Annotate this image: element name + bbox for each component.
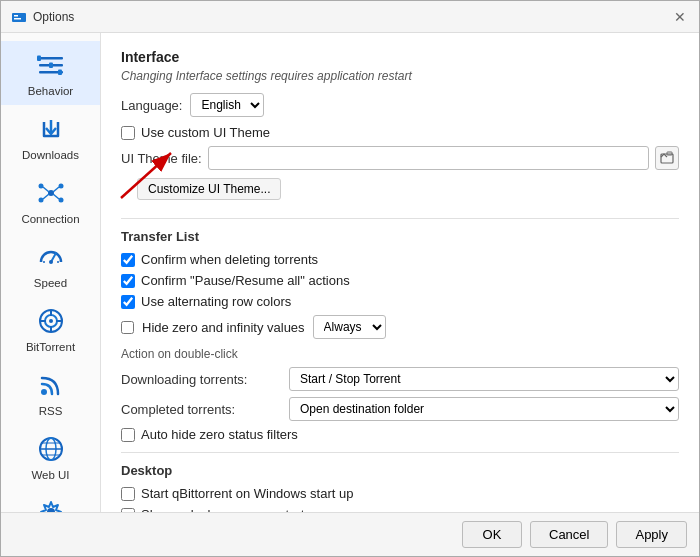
alternating-rows-label: Use alternating row colors <box>141 294 291 309</box>
alternating-rows-checkbox[interactable] <box>121 295 135 309</box>
sidebar-label-rss: RSS <box>39 405 63 417</box>
advanced-icon <box>35 497 67 512</box>
svg-line-18 <box>53 194 59 199</box>
downloads-icon <box>35 113 67 145</box>
language-row: Language: English <box>121 93 679 117</box>
use-custom-theme-checkbox[interactable] <box>121 126 135 140</box>
sidebar-item-connection[interactable]: Connection <box>1 169 100 233</box>
svg-rect-7 <box>49 63 53 69</box>
rss-icon <box>35 369 67 401</box>
hide-zero-select[interactable]: Always <box>313 315 386 339</box>
customize-section: Customize UI Theme... <box>121 178 679 208</box>
action-dblclick-section: Action on double-click Downloading torre… <box>121 347 679 421</box>
start-on-windows-row: Start qBittorrent on Windows start up <box>121 486 679 501</box>
svg-rect-2 <box>14 18 21 20</box>
content-area: Behavior Downloads <box>1 33 699 512</box>
sidebar-item-speed[interactable]: Speed <box>1 233 100 297</box>
customize-theme-button[interactable]: Customize UI Theme... <box>137 178 281 200</box>
completed-action-row: Completed torrents: Open destination fol… <box>121 397 679 421</box>
action-dblclick-title: Action on double-click <box>121 347 679 361</box>
sidebar-label-speed: Speed <box>34 277 67 289</box>
close-button[interactable]: ✕ <box>671 8 689 26</box>
speed-icon <box>35 241 67 273</box>
downloading-label: Downloading torrents: <box>121 372 281 387</box>
divider-1 <box>121 218 679 219</box>
sidebar-label-bittorrent: BitTorrent <box>26 341 75 353</box>
bittorrent-icon <box>35 305 67 337</box>
footer: OK Cancel Apply <box>1 512 699 556</box>
auto-hide-row: Auto hide zero status filters <box>121 427 679 442</box>
svg-point-20 <box>49 260 53 264</box>
hide-zero-checkbox[interactable] <box>121 321 134 334</box>
confirm-pause-row: Confirm "Pause/Resume all" actions <box>121 273 679 288</box>
confirm-delete-row: Confirm when deleting torrents <box>121 252 679 267</box>
sidebar-item-bittorrent[interactable]: BitTorrent <box>1 297 100 361</box>
confirm-delete-label: Confirm when deleting torrents <box>141 252 318 267</box>
downloading-action-row: Downloading torrents: Start / Stop Torre… <box>121 367 679 391</box>
svg-line-16 <box>53 187 59 192</box>
ui-theme-file-label: UI Theme file: <box>121 151 202 166</box>
sidebar-label-connection: Connection <box>21 213 79 225</box>
titlebar-title: Options <box>33 10 665 24</box>
language-select[interactable]: English <box>190 93 264 117</box>
sidebar-item-downloads[interactable]: Downloads <box>1 105 100 169</box>
confirm-pause-label: Confirm "Pause/Resume all" actions <box>141 273 350 288</box>
svg-rect-0 <box>12 13 26 22</box>
interface-subtitle: Changing Interface settings requires app… <box>121 69 679 83</box>
ok-button[interactable]: OK <box>462 521 522 548</box>
svg-rect-8 <box>58 70 62 76</box>
transfer-list-title: Transfer List <box>121 229 679 244</box>
start-on-windows-checkbox[interactable] <box>121 487 135 501</box>
auto-hide-checkbox[interactable] <box>121 428 135 442</box>
sidebar-label-downloads: Downloads <box>22 149 79 161</box>
sidebar-label-behavior: Behavior <box>28 85 73 97</box>
confirm-delete-checkbox[interactable] <box>121 253 135 267</box>
use-custom-theme-row: Use custom UI Theme <box>121 125 679 140</box>
svg-rect-3 <box>39 57 63 60</box>
svg-point-30 <box>41 389 47 395</box>
main-panel: Interface Changing Interface settings re… <box>101 33 699 512</box>
sidebar-item-behavior[interactable]: Behavior <box>1 41 100 105</box>
sidebar: Behavior Downloads <box>1 33 101 512</box>
language-label: Language: <box>121 98 182 113</box>
svg-point-10 <box>48 190 54 196</box>
behavior-icon <box>35 49 67 81</box>
cancel-button[interactable]: Cancel <box>530 521 608 548</box>
alternating-rows-row: Use alternating row colors <box>121 294 679 309</box>
sidebar-item-advanced[interactable]: Advanced <box>1 489 100 512</box>
interface-title: Interface <box>121 49 679 65</box>
sidebar-item-rss[interactable]: RSS <box>1 361 100 425</box>
webui-icon <box>35 433 67 465</box>
auto-hide-label: Auto hide zero status filters <box>141 427 298 442</box>
sidebar-label-webui: Web UI <box>31 469 69 481</box>
completed-label: Completed torrents: <box>121 402 281 417</box>
svg-line-17 <box>43 194 49 199</box>
svg-point-25 <box>49 319 53 323</box>
apply-button[interactable]: Apply <box>616 521 687 548</box>
svg-rect-1 <box>14 15 18 17</box>
theme-file-browse-button[interactable] <box>655 146 679 170</box>
theme-file-row: UI Theme file: <box>121 146 679 170</box>
confirm-pause-checkbox[interactable] <box>121 274 135 288</box>
desktop-title: Desktop <box>121 463 679 478</box>
completed-action-select[interactable]: Open destination folder Start / Stop Tor… <box>289 397 679 421</box>
hide-zero-label: Hide zero and infinity values <box>142 320 305 335</box>
connection-icon <box>35 177 67 209</box>
svg-line-15 <box>43 187 49 192</box>
svg-rect-6 <box>37 56 41 62</box>
options-window: Options ✕ Behavior <box>0 0 700 557</box>
ui-theme-file-input[interactable] <box>208 146 649 170</box>
divider-2 <box>121 452 679 453</box>
start-on-windows-label: Start qBittorrent on Windows start up <box>141 486 353 501</box>
sidebar-item-webui[interactable]: Web UI <box>1 425 100 489</box>
hide-zero-row: Hide zero and infinity values Always <box>121 315 679 339</box>
titlebar-icon <box>11 9 27 25</box>
titlebar: Options ✕ <box>1 1 699 33</box>
downloading-action-select[interactable]: Start / Stop Torrent Open destination fo… <box>289 367 679 391</box>
use-custom-theme-label: Use custom UI Theme <box>141 125 270 140</box>
